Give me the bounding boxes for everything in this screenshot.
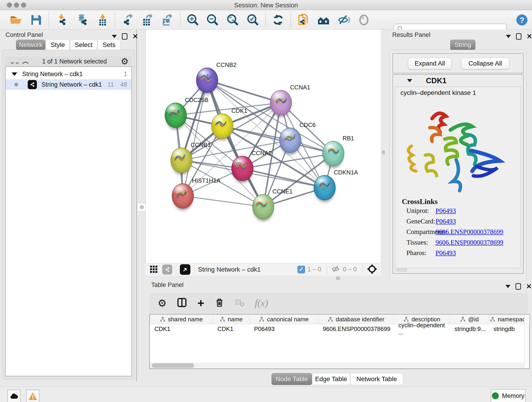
- string-home-icon[interactable]: [317, 13, 330, 27]
- tab-select[interactable]: Select: [70, 40, 97, 50]
- table-cell[interactable]: CDK1: [150, 324, 213, 334]
- column-header-canonical-name[interactable]: canonical name: [249, 314, 318, 324]
- table-cell[interactable]: P06493: [249, 324, 318, 334]
- column-header-name[interactable]: name: [213, 314, 249, 324]
- birdseye-view-icon[interactable]: [180, 264, 190, 275]
- export-network-icon[interactable]: [121, 13, 135, 27]
- expand-all-button[interactable]: Expand All: [408, 58, 452, 69]
- help-icon[interactable]: ?: [515, 13, 529, 27]
- open-session-icon[interactable]: [9, 13, 23, 27]
- table-panel-float-icon[interactable]: [515, 283, 521, 290]
- crosslink-link[interactable]: P06493: [436, 217, 456, 225]
- table-hscroll-thumb[interactable]: [152, 363, 194, 368]
- string-view-icon[interactable]: [162, 264, 172, 274]
- network-node-cdk1[interactable]: [211, 114, 233, 139]
- network-node-cdc6[interactable]: [279, 128, 301, 153]
- collection-expand-icon[interactable]: [12, 72, 17, 76]
- network-node-cdc25b[interactable]: [165, 103, 187, 128]
- table-cell[interactable]: stringdb: [489, 324, 530, 334]
- gene-hscroll-thumb[interactable]: [396, 269, 407, 271]
- show-overview-icon[interactable]: [357, 13, 371, 27]
- export-table-icon[interactable]: [140, 13, 154, 27]
- network-node-rb1[interactable]: [322, 141, 344, 166]
- table-panel-close-icon[interactable]: ✕: [526, 283, 532, 290]
- show-columns-icon[interactable]: [177, 297, 187, 309]
- network-node-cdkn1a[interactable]: [314, 175, 336, 200]
- table-cell[interactable]: CDK1: [213, 324, 249, 334]
- tab-string[interactable]: String: [450, 40, 475, 50]
- zoom-fit-icon[interactable]: [226, 13, 240, 27]
- collapse-all-icon[interactable]: ⌄⌄: [9, 57, 19, 65]
- warning-icon[interactable]: [26, 390, 39, 402]
- memory-button[interactable]: Memory: [491, 389, 526, 402]
- table-row[interactable]: CDK1CDK1P064939606.ENSP00000378699cyclin…: [150, 324, 530, 334]
- node-table[interactable]: shared namenamecanonical namedatabase id…: [149, 314, 530, 369]
- network-node-ccna1[interactable]: [270, 90, 292, 115]
- grid-view-icon[interactable]: [149, 264, 158, 274]
- column-header-namespace[interactable]: namespace: [489, 314, 530, 324]
- network-edge[interactable]: [207, 80, 281, 103]
- network-selected-text: 1 of 1 Network selected: [28, 58, 121, 65]
- tab-edge-table[interactable]: Edge Table: [312, 373, 350, 385]
- control-panel-float-icon[interactable]: [122, 33, 127, 40]
- import-table-icon[interactable]: [96, 13, 109, 27]
- crosslink-link[interactable]: 9606.ENSP00000378699: [436, 239, 503, 246]
- refresh-icon[interactable]: [271, 13, 285, 27]
- crosslink-link[interactable]: P06493: [436, 249, 456, 257]
- hide-panels-icon[interactable]: [337, 13, 351, 27]
- control-panel-collapse-icon[interactable]: [112, 35, 117, 38]
- add-column-icon[interactable]: +: [197, 298, 204, 307]
- results-panel-float-icon[interactable]: [516, 33, 521, 40]
- network-canvas[interactable]: CCNB2CCNA1CDC25BCDK1CDC6RB1CCNB1CCNA2CDK…: [145, 30, 381, 263]
- table-cell[interactable]: cyclin–dependent ...: [394, 324, 450, 334]
- results-panel-collapse-icon[interactable]: [506, 35, 511, 38]
- network-row[interactable]: String Network – cdk1 11 48: [6, 79, 131, 90]
- left-divider-handle[interactable]: [138, 203, 146, 211]
- network-node-ccnb2[interactable]: [196, 68, 218, 93]
- import-network-icon[interactable]: [55, 13, 69, 27]
- network-collection-row[interactable]: String Network – cdk1 1: [6, 69, 131, 79]
- network-edge[interactable]: [183, 196, 263, 207]
- tab-sets[interactable]: Sets: [98, 40, 120, 50]
- zoom-selected-icon[interactable]: [246, 13, 260, 27]
- import-network-from-database-icon[interactable]: [75, 13, 89, 27]
- expand-all-icon[interactable]: ︿: [22, 57, 28, 66]
- column-header-database-identifier[interactable]: database identifier: [318, 314, 394, 324]
- function-builder-icon[interactable]: f(x): [255, 298, 268, 308]
- zoom-in-icon[interactable]: [186, 13, 200, 27]
- table-horizontal-scrollbar[interactable]: [150, 363, 525, 369]
- export-image-icon[interactable]: [160, 13, 174, 27]
- network-node-hist1h1a[interactable]: [172, 183, 194, 209]
- share-document-icon[interactable]: [297, 13, 310, 27]
- column-header--id[interactable]: @id: [450, 314, 489, 324]
- table-cell[interactable]: stringdb:9...: [450, 324, 489, 334]
- network-options-gear-icon[interactable]: ⚙: [121, 56, 128, 66]
- table-panel-collapse-icon[interactable]: [505, 285, 510, 288]
- network-node-ccne1[interactable]: [252, 194, 274, 219]
- cloud-icon[interactable]: [7, 390, 21, 402]
- selected-checkbox-icon[interactable]: ✓: [298, 266, 305, 274]
- table-vertical-scrollbar[interactable]: [524, 314, 529, 369]
- tab-network[interactable]: Network: [16, 40, 45, 50]
- crosslink-link[interactable]: 9606.ENSP00000378699: [436, 228, 503, 236]
- zoom-out-icon[interactable]: [206, 13, 220, 27]
- table-options-gear-icon[interactable]: ⚙: [158, 297, 167, 309]
- tab-network-table[interactable]: Network Table: [350, 373, 403, 385]
- gene-collapse-icon[interactable]: [407, 79, 412, 82]
- collapse-all-button[interactable]: Collapse All: [461, 58, 509, 69]
- delete-column-icon[interactable]: [215, 298, 225, 308]
- network-node-ccna2[interactable]: [231, 156, 253, 181]
- results-panel-close-icon[interactable]: ✕: [526, 33, 532, 40]
- tab-style[interactable]: Style: [46, 40, 70, 50]
- control-panel-close-icon[interactable]: ✕: [133, 33, 138, 40]
- tab-node-table[interactable]: Node Table: [272, 373, 312, 385]
- gene-header[interactable]: CDK1: [393, 75, 523, 87]
- network-node-ccnb1[interactable]: [171, 148, 192, 173]
- hidden-eye-icon[interactable]: [331, 264, 341, 275]
- table-cell[interactable]: 9606.ENSP00000378699: [318, 324, 394, 334]
- save-session-icon[interactable]: [29, 13, 43, 27]
- delete-table-icon[interactable]: [234, 298, 245, 308]
- crosshair-icon[interactable]: [367, 264, 378, 275]
- crosslink-link[interactable]: P06493: [436, 207, 456, 215]
- column-header-shared-name[interactable]: shared name: [150, 314, 213, 324]
